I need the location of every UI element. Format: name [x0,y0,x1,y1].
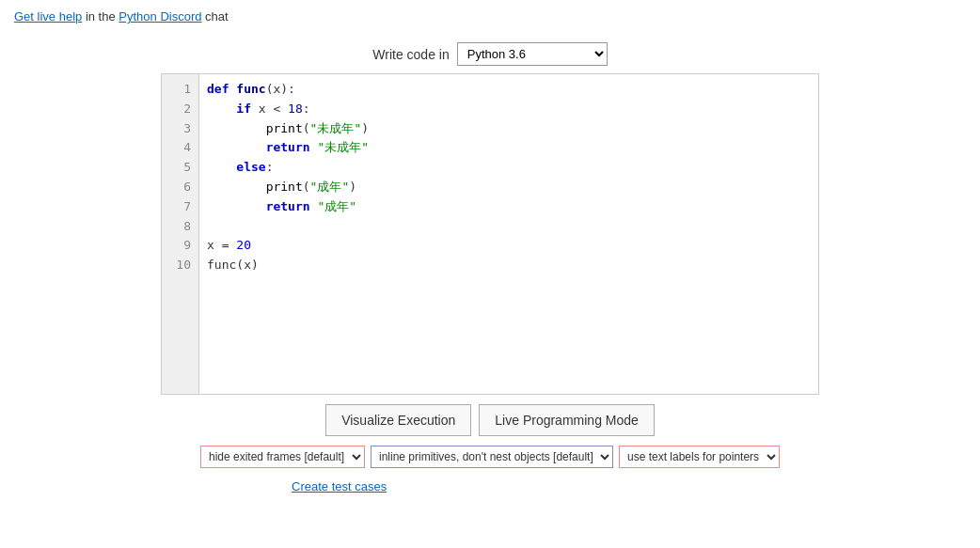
main-content: Write code in Python 3.6 1 2 3 4 5 6 7 8… [0,33,980,512]
chat-text: chat [205,9,229,23]
top-bar: Get live help in the Python Discord chat [0,0,980,33]
code-area[interactable]: 1 2 3 4 5 6 7 8 9 10 def func(x): if x <… [162,74,818,394]
create-test-cases-link[interactable]: Create test cases [292,479,387,493]
live-programming-mode-button[interactable]: Live Programming Mode [479,404,655,436]
options-row: hide exited frames [default] inline prim… [200,446,780,468]
buttons-row: Visualize Execution Live Programming Mod… [325,404,655,436]
python-discord-link[interactable]: Python Discord [119,9,201,23]
code-editor-container: 1 2 3 4 5 6 7 8 9 10 def func(x): if x <… [161,73,819,395]
primitives-select[interactable]: inline primitives, don't nest objects [d… [371,446,613,468]
visualize-execution-button[interactable]: Visualize Execution [325,404,471,436]
get-live-help-link[interactable]: Get live help [14,9,82,23]
write-code-row: Write code in Python 3.6 [372,42,607,66]
language-select[interactable]: Python 3.6 [457,42,608,66]
code-content[interactable]: def func(x): if x < 18: print("未成年") ret… [199,74,818,394]
in-text: in the [86,9,119,23]
pointers-select[interactable]: use text labels for pointers [619,446,780,468]
frames-select[interactable]: hide exited frames [default] [200,446,365,468]
write-code-label: Write code in [372,47,449,62]
line-numbers: 1 2 3 4 5 6 7 8 9 10 [162,74,199,394]
